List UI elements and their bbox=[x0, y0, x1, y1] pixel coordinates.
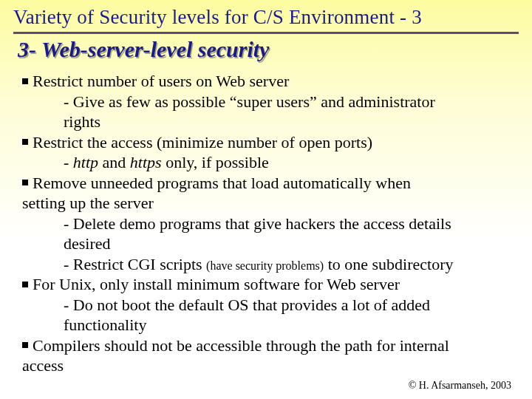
cgi-note: (have security problems) bbox=[206, 259, 324, 272]
bullet-3-sub-1-line-1: - Delete demo programs that give hackers… bbox=[64, 214, 519, 234]
bullet-4-sub-1-line-1: - Do not boot the default OS that provid… bbox=[64, 295, 519, 316]
square-bullet-icon bbox=[22, 139, 28, 145]
bullet-3-line-2: setting up the server bbox=[22, 193, 519, 214]
square-bullet-icon bbox=[22, 78, 28, 84]
bullet-2-text: Restrict the access (minimize number of … bbox=[33, 133, 372, 151]
slide-subtitle: 3- Web-server-level security bbox=[18, 37, 519, 62]
bullet-2-sub-1: - http and https only, if possible bbox=[64, 152, 519, 173]
bullet-3-sub-1-line-2: desired bbox=[64, 233, 519, 254]
copyright-footer: © H. Afsarmanseh, 2003 bbox=[409, 380, 511, 392]
https-italic: https bbox=[130, 153, 162, 171]
content: Restrict number of users on Web server -… bbox=[22, 71, 519, 376]
bullet-1-sub-1-line-2: rights bbox=[64, 112, 519, 132]
square-bullet-icon bbox=[22, 282, 28, 287]
bullet-3-sub-2: - Restrict CGI scripts (have security pr… bbox=[64, 254, 519, 275]
square-bullet-icon bbox=[22, 342, 28, 348]
slide: Variety of Security levels for C/S Envir… bbox=[0, 0, 532, 399]
title-rule bbox=[13, 32, 519, 34]
square-bullet-icon bbox=[22, 180, 28, 185]
bullet-1: Restrict number of users on Web server bbox=[22, 71, 519, 92]
http-italic: http bbox=[73, 153, 98, 171]
bullet-4-text: For Unix, only install minimum software … bbox=[33, 275, 400, 293]
bullet-2: Restrict the access (minimize number of … bbox=[22, 132, 519, 153]
bullet-1-sub-1-line-1: - Give as few as possible “super users” … bbox=[64, 92, 519, 112]
bullet-1-text: Restrict number of users on Web server bbox=[33, 72, 289, 90]
bullet-5-line-1: Compilers should not be accessible throu… bbox=[22, 335, 519, 356]
bullet-5-text-1: Compilers should not be accessible throu… bbox=[33, 336, 449, 355]
bullet-5-line-2: access bbox=[22, 355, 519, 376]
bullet-4: For Unix, only install minimum software … bbox=[22, 274, 519, 295]
bullet-4-sub-1-line-2: functionality bbox=[64, 315, 519, 335]
slide-title: Variety of Security levels for C/S Envir… bbox=[13, 6, 519, 29]
bullet-3-text-1: Remove unneeded programs that load autom… bbox=[33, 174, 411, 192]
bullet-3-line-1: Remove unneeded programs that load autom… bbox=[22, 173, 519, 194]
